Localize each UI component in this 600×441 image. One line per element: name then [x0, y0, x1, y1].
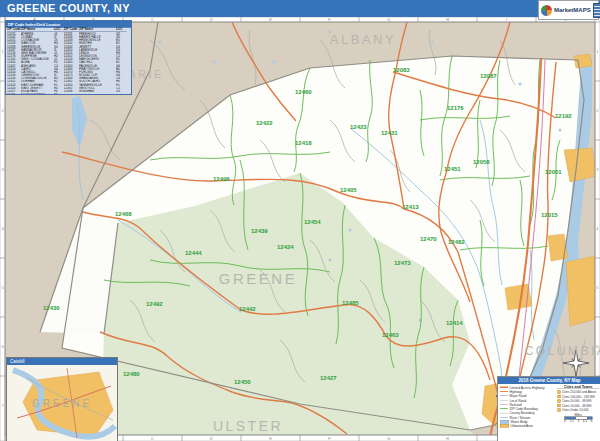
- legend-entry-label: Local Road: [510, 398, 526, 402]
- legend-line-entries: Limited Access HighwayHighwayMajor RoadL…: [500, 385, 556, 428]
- city-size-icon: [558, 399, 561, 402]
- zip-code-label: 12485: [342, 300, 359, 306]
- zip-code-label: 12423: [350, 124, 367, 130]
- logo-box-icon: [593, 3, 600, 18]
- zip-code-label: 12470: [420, 236, 437, 242]
- scale-tick: 6: [591, 420, 593, 423]
- grid-letter: E: [269, 17, 272, 22]
- city-size-icon: [558, 390, 561, 393]
- city-size-icon: [558, 404, 561, 407]
- legend-entry-label: Highway: [510, 390, 522, 394]
- zip-index-title: ZIP Code Index/Grid Locator: [6, 21, 131, 28]
- scale-tick: 0: [564, 420, 566, 423]
- county-label: COLUMBIA: [525, 344, 600, 358]
- marketmaps-logo: MarketMAPS: [538, 0, 599, 20]
- grid-letter: D: [210, 436, 213, 441]
- map-page: ABCDEFGHIJ ABCDEFGHIJ 1234567 1234567 AL…: [0, 0, 600, 441]
- legend-city-label: Cities 100,000 - 249,999: [562, 395, 595, 398]
- legend-entry-label: River / Stream: [510, 415, 531, 419]
- legend-entry-label: Major Road: [510, 394, 527, 398]
- legend-entry: Urbanized Area: [500, 424, 556, 428]
- logo-globe-icon: [541, 5, 552, 16]
- legend-entry-label: Water Body: [511, 420, 528, 424]
- grid-letter: H: [446, 17, 449, 22]
- scale-tick: 3: [577, 420, 579, 423]
- zip-code-label: 12451: [444, 166, 461, 172]
- legend-city-label: Cities 10,000 - 49,999: [562, 404, 591, 407]
- legend-symbol-water-icon: [500, 420, 509, 424]
- zip-code-label: 12496: [213, 176, 230, 182]
- county-label: GREENE: [219, 270, 297, 287]
- zip-code-label: 12463: [382, 332, 399, 338]
- zip-code-label: 12087: [480, 73, 497, 79]
- zip-code-label: 12424: [277, 244, 294, 250]
- legend-cities-header: Cities and Towns: [557, 385, 600, 389]
- zip-code-label: 12083: [393, 67, 410, 73]
- zip-code-label: 12444: [185, 250, 202, 256]
- city-size-icon: [558, 395, 561, 398]
- zip-code-label: 12015: [541, 212, 558, 218]
- zip-code-label: 12439: [251, 228, 268, 234]
- zip-code-label: 12460: [295, 89, 312, 95]
- zip-code-label: 12176: [447, 105, 464, 111]
- legend-entry-label: County Boundary: [510, 411, 535, 415]
- zip-code-label: 12418: [295, 140, 312, 146]
- legend-symbol-railroad-icon: [500, 403, 508, 406]
- legend-symbol-zip-icon: [500, 407, 508, 410]
- grid-letter: G: [387, 436, 390, 441]
- legend-symbol-county-icon: [500, 413, 508, 414]
- grid-letter: G: [387, 17, 390, 22]
- legend-symbol-road-icon: [500, 394, 508, 397]
- legend-city-label: Cities 250,000 and Above: [562, 390, 596, 393]
- scale-tick: 4.5: [583, 420, 587, 423]
- legend-city-label: Cities Under 10,000: [562, 408, 589, 411]
- zip-code-label: 12468: [115, 211, 132, 217]
- scale-bar: Miles 01.534.56: [564, 413, 593, 423]
- legend-city-entries: Cities 250,000 and AboveCities 100,000 -…: [557, 390, 600, 413]
- zip-code-label: 12431: [381, 130, 398, 136]
- county-label: ALBANY: [330, 32, 396, 47]
- grid-letter: E: [269, 436, 272, 441]
- zip-index-cell: A5: [54, 93, 64, 95]
- zip-index-cell: [64, 93, 79, 95]
- legend-entry-label: Railroad: [510, 403, 522, 407]
- scale-tick: 1.5: [569, 420, 573, 423]
- zip-index-cell: 12430: [7, 93, 21, 95]
- zip-code-label: 12051: [545, 169, 562, 175]
- zip-code-label: 12405: [340, 187, 357, 193]
- zip-code-label: 12442: [239, 306, 256, 312]
- legend-symbol-urban-icon: [500, 424, 509, 428]
- title-bar: GREENE COUNTY, NY: [0, 0, 600, 17]
- zip-index-cell: FLEISCHMANNS: [21, 93, 54, 95]
- zip-index-cell: [79, 93, 116, 95]
- grid-letter: H: [446, 436, 449, 441]
- legend-title: 2016 Greene County, NY Map: [498, 377, 600, 384]
- page-title: GREENE COUNTY, NY: [0, 0, 600, 16]
- zip-index-cell: [116, 93, 127, 95]
- inset-county-label: GREENE: [32, 398, 92, 409]
- legend-entry-label: ZIP Code Boundary: [510, 407, 538, 411]
- grid-letter: I: [506, 17, 507, 22]
- zip-code-label: 12192: [555, 113, 572, 119]
- city-size-icon: [558, 408, 561, 411]
- legend-city-label: Cities 50,000 - 99,999: [562, 399, 591, 402]
- legend-panel: 2016 Greene County, NY Map Limited Acces…: [497, 376, 600, 441]
- legend-city-entry: Cities Under 10,000: [557, 408, 600, 413]
- zip-code-label: 12482: [448, 239, 465, 245]
- zip-code-label: 12480: [123, 371, 140, 377]
- zip-code-label: 12413: [402, 204, 419, 210]
- inset-title: Catskill: [10, 359, 25, 364]
- zip-code-label: 12454: [304, 219, 321, 225]
- logo-text: MarketMAPS: [554, 7, 591, 13]
- grid-letter: D: [210, 17, 213, 22]
- county-label: ULSTER: [213, 418, 283, 434]
- zip-code-label: 12422: [256, 120, 273, 126]
- legend-symbol-highway-icon: [500, 390, 508, 393]
- legend-entry-label: Urbanized Area: [511, 424, 533, 428]
- legend-symbol-river-icon: [500, 416, 508, 419]
- zip-code-label: 12427: [320, 375, 337, 381]
- zip-code-label: 12450: [234, 379, 251, 385]
- zip-code-label: 12058: [473, 159, 490, 165]
- zip-code-label: 12430: [43, 305, 60, 311]
- legend-entry-label: Limited Access Highway: [510, 385, 545, 389]
